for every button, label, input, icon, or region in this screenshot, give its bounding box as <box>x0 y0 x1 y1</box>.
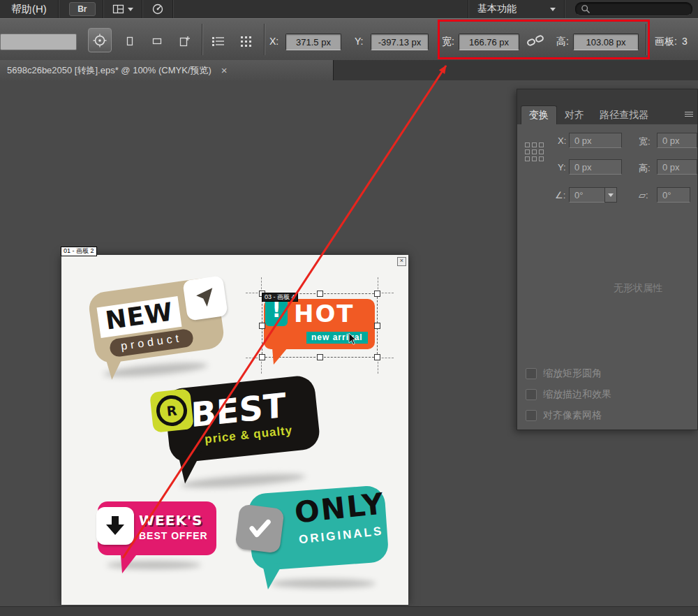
panel-x-input[interactable]: 0 px <box>569 133 622 148</box>
badge-title: HOT <box>294 302 355 325</box>
divider <box>58 0 59 18</box>
selection-handle[interactable] <box>317 354 323 360</box>
divider <box>264 24 265 55</box>
artboard-options-button[interactable] <box>209 32 228 50</box>
portrait-orientation-icon <box>124 35 136 47</box>
down-arrow-icon <box>104 515 126 537</box>
selection-handle[interactable] <box>317 291 323 297</box>
badge-shadow <box>271 579 376 588</box>
badge-best[interactable]: R BEST price & qualty <box>149 379 323 494</box>
chevron-down-icon <box>550 8 556 11</box>
panel-menu-icon[interactable] <box>685 112 693 118</box>
option-row: 对齐像素网格 <box>526 409 602 422</box>
artboard-corner-mark <box>261 358 262 374</box>
document-tab[interactable]: 5698c26be2050 [转换].eps* @ 100% (CMYK/预览)… <box>0 60 334 80</box>
badge-subtitle: new arrival <box>306 332 368 344</box>
chevron-down-icon <box>128 8 133 11</box>
scale-strokes-effects-checkbox[interactable] <box>526 389 537 400</box>
check-icon <box>246 515 274 543</box>
rotate-angle-label: ∠: <box>555 190 565 200</box>
tab-align[interactable]: 对齐 <box>557 106 592 124</box>
panel-width-input[interactable]: 0 px <box>657 133 697 148</box>
artboard-name-label[interactable]: 01 - 画板 2 <box>61 247 97 256</box>
height-label: 高: <box>556 36 569 48</box>
control-bar: X: 371.5 px Y: -397.13 px 宽: 166.76 px 高… <box>0 18 698 61</box>
bridge-button[interactable]: Br <box>69 2 96 16</box>
panel-height-label: 高: <box>639 162 651 175</box>
selection-handle[interactable] <box>374 323 380 329</box>
speech-bubble-tail <box>121 555 136 573</box>
workspace-label: 基本功能 <box>477 3 517 15</box>
selection-handle[interactable] <box>259 354 265 360</box>
align-pixel-grid-label: 对齐像素网格 <box>543 409 602 422</box>
align-pixel-grid-checkbox[interactable] <box>526 410 537 421</box>
artboard-corner-mark <box>378 293 394 293</box>
menu-help[interactable]: 帮助(H) <box>0 3 58 16</box>
artboard-preset-field[interactable] <box>0 34 77 50</box>
search-input[interactable] <box>575 2 692 16</box>
artboard-name-label[interactable]: 03 - 画板 4 <box>262 293 298 302</box>
badge-new-product[interactable]: NEW product <box>86 272 236 388</box>
selection-handle[interactable] <box>259 323 265 329</box>
illustrator-window: 帮助(H) Br 基本功能 <box>0 0 698 616</box>
scale-strokes-effects-label: 缩放描边和效果 <box>543 388 611 401</box>
x-input[interactable]: 371.5 px <box>285 34 341 50</box>
new-artboard-button[interactable] <box>174 32 194 50</box>
y-label: Y: <box>355 36 363 47</box>
shear-angle-input[interactable]: 0° <box>657 187 690 203</box>
rotate-angle-input[interactable]: 0° <box>569 187 605 203</box>
arrange-documents-button[interactable] <box>112 3 133 15</box>
divider <box>564 0 565 18</box>
divider <box>202 24 203 55</box>
panel-y-label: Y: <box>558 162 566 173</box>
badge-only-originals[interactable]: ONLY ORIGINALS <box>236 484 393 596</box>
speech-bubble-tail <box>262 563 286 590</box>
document-title: 5698c26be2050 [转换].eps* @ 100% (CMYK/预览) <box>7 64 211 77</box>
selection-handle[interactable] <box>374 291 380 297</box>
workspace-switcher[interactable]: 基本功能 <box>477 3 556 15</box>
badge-hot-selected[interactable]: ! HOT new arrival 03 - 画板 4 <box>262 293 378 358</box>
center-mark-button[interactable] <box>88 28 112 52</box>
reference-point-locator[interactable] <box>525 142 544 161</box>
horizontal-scrollbar[interactable] <box>0 606 698 616</box>
width-input[interactable]: 166.76 px <box>459 34 519 50</box>
rearrange-artboards-button[interactable] <box>236 32 255 50</box>
scale-corners-checkbox[interactable] <box>526 368 537 379</box>
new-artboard-icon <box>178 35 191 47</box>
panel-y-input[interactable]: 0 px <box>569 159 622 175</box>
landscape-orientation-button[interactable] <box>147 32 167 50</box>
artboard-close-icon[interactable]: × <box>397 257 406 266</box>
panel-x-label: X: <box>558 135 566 146</box>
no-shape-properties-text: 无形状属性 <box>614 282 662 295</box>
transform-panel: 变换 对齐 路径查找器 X: 0 px 宽: 0 px Y: 0 px 高: 0… <box>517 89 698 430</box>
registered-icon-box: R <box>149 388 194 433</box>
height-input[interactable]: 103.08 px <box>573 34 639 50</box>
list-icon <box>211 36 225 47</box>
panel-height-input[interactable]: 0 px <box>657 159 697 175</box>
grid-icon <box>240 36 252 47</box>
scale-corners-label: 缩放矩形圆角 <box>543 367 602 380</box>
selection-handle[interactable] <box>374 354 380 360</box>
constrain-proportions-button[interactable] <box>525 31 546 52</box>
option-row: 缩放描边和效果 <box>526 388 611 401</box>
chevron-down-icon <box>608 193 614 197</box>
y-input[interactable]: -397.13 px <box>371 34 429 50</box>
badge-weeks-offer[interactable]: WEEK'S BEST OFFER <box>93 497 222 573</box>
tab-transform[interactable]: 变换 <box>521 105 557 124</box>
panel-width-label: 宽: <box>639 135 651 148</box>
divider <box>646 24 647 55</box>
panel-group-header[interactable] <box>517 89 697 105</box>
artboard: 01 - 画板 2 × NEW product <box>61 255 408 605</box>
speech-bubble-tail <box>178 452 206 484</box>
portrait-orientation-button[interactable] <box>120 32 140 50</box>
rotate-angle-dropdown[interactable] <box>604 187 617 203</box>
tab-pathfinder[interactable]: 路径查找器 <box>592 106 656 124</box>
cs-live-button[interactable] <box>151 3 164 15</box>
shear-angle-label: ▱: <box>639 190 648 200</box>
divider <box>468 0 469 18</box>
down-arrow-icon-box <box>96 507 134 545</box>
menu-bar: 帮助(H) Br 基本功能 <box>0 0 698 19</box>
close-icon[interactable]: × <box>221 65 228 75</box>
divider <box>103 0 104 18</box>
cursor-icon <box>348 332 357 348</box>
